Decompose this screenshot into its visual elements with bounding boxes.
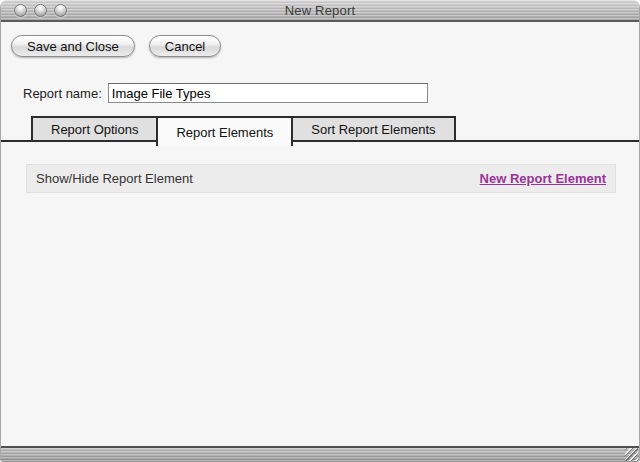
tab-report-options[interactable]: Report Options: [31, 116, 158, 140]
show-hide-report-element-label: Show/Hide Report Element: [36, 171, 193, 186]
report-name-label: Report name:: [23, 86, 102, 101]
window-footer: [1, 446, 639, 462]
report-name-row: Report name:: [23, 83, 428, 103]
cancel-button[interactable]: Cancel: [149, 35, 221, 57]
resize-grip-icon[interactable]: [625, 448, 638, 461]
tab-bar: Report Options Report Elements Sort Repo…: [1, 116, 639, 146]
tab-report-elements[interactable]: Report Elements: [156, 116, 293, 146]
new-report-window: New Report Save and Close Cancel Report …: [0, 0, 640, 462]
tab-sort-report-elements[interactable]: Sort Report Elements: [291, 116, 455, 140]
report-name-input[interactable]: [108, 83, 428, 103]
toolbar: Save and Close Cancel: [11, 35, 221, 57]
new-report-element-link[interactable]: New Report Element: [480, 171, 606, 186]
save-and-close-button[interactable]: Save and Close: [11, 35, 135, 57]
report-element-header-row: Show/Hide Report Element New Report Elem…: [26, 164, 616, 193]
window-title: New Report: [1, 3, 639, 18]
title-bar[interactable]: New Report: [1, 0, 639, 22]
